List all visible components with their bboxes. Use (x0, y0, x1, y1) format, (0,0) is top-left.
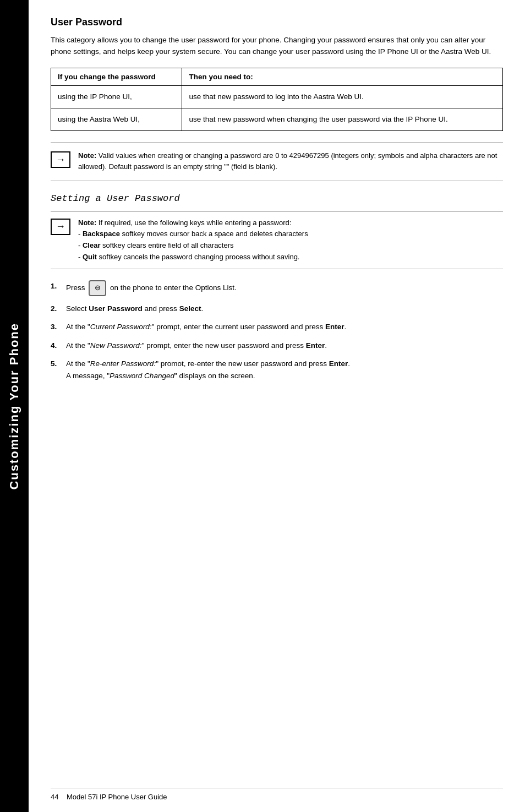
note-text-2: Note: If required, use the following key… (78, 217, 308, 263)
step-content-2: Select User Password and press Select. (66, 303, 503, 315)
table-cell-1-col1: using the IP Phone UI, (51, 85, 182, 108)
table-col2-header: Then you need to: (182, 68, 503, 85)
table-col1-header: If you change the password (51, 68, 182, 85)
table-cell-1-col2: use that new password to log into the Aa… (182, 85, 503, 108)
step-num-2: 2. (51, 303, 62, 315)
footer-text: Model 57i IP Phone User Guide (67, 793, 167, 801)
note-text-1: Note: Valid values when creating or chan… (78, 150, 503, 172)
step-2: 2. Select User Password and press Select… (51, 303, 503, 315)
step-content-4: At the "New Password:" prompt, enter the… (66, 340, 503, 352)
note-intro-2: If required, use the following keys whil… (99, 219, 291, 227)
intro-text: This category allows you to change the u… (51, 35, 503, 58)
options-button: ⊖ (89, 280, 106, 296)
note-label-2: Note: (78, 219, 96, 227)
step-content-5: At the "Re-enter Password:" promot, re-e… (66, 358, 503, 382)
subsection-title: Setting a User Password (51, 193, 503, 204)
table-row: using the Aastra Web UI,use that new pas… (51, 108, 503, 131)
step-4: 4. At the "New Password:" prompt, enter … (51, 340, 503, 352)
steps-list: 1. Press ⊖ on the phone to enter the Opt… (51, 280, 503, 382)
step-3: 3. At the "Current Password:" prompt, en… (51, 321, 503, 333)
note-item-clear: - Clear softkey clears entire field of a… (78, 241, 234, 249)
arrow-icon-1: → (51, 151, 70, 168)
step-5: 5. At the "Re-enter Password:" promot, r… (51, 358, 503, 382)
sidebar-label: Customizing Your Phone (7, 323, 21, 490)
step-num-5: 5. (51, 358, 62, 370)
password-table: If you change the password Then you need… (51, 68, 503, 132)
note-box-2: → Note: If required, use the following k… (51, 211, 503, 269)
step-num-4: 4. (51, 340, 62, 352)
note-content-1: Valid values when creating or changing a… (78, 151, 497, 171)
main-content: User Password This category allows you t… (29, 0, 525, 812)
note-item-backspace: - Backspace softkey moves cursor back a … (78, 230, 308, 238)
note-box-1: → Note: Valid values when creating or ch… (51, 142, 503, 181)
step-1: 1. Press ⊖ on the phone to enter the Opt… (51, 280, 503, 296)
table-cell-2-col2: use that new password when changing the … (182, 108, 503, 131)
note-label-1: Note: (78, 151, 96, 160)
step-num-1: 1. (51, 280, 62, 292)
note-item-quit: - Quit softkey cancels the password chan… (78, 253, 300, 261)
arrow-icon-2: → (51, 219, 70, 235)
step-content-3: At the "Current Password:" prompt, enter… (66, 321, 503, 333)
table-row: using the IP Phone UI,use that new passw… (51, 85, 503, 108)
section-title: User Password (51, 17, 503, 28)
table-cell-2-col1: using the Aastra Web UI, (51, 108, 182, 131)
sidebar: Customizing Your Phone (0, 0, 29, 812)
step-num-3: 3. (51, 321, 62, 333)
step-content-1: Press ⊖ on the phone to enter the Option… (66, 280, 503, 296)
footer: 44 Model 57i IP Phone User Guide (51, 788, 503, 801)
page-number: 44 (51, 793, 58, 801)
